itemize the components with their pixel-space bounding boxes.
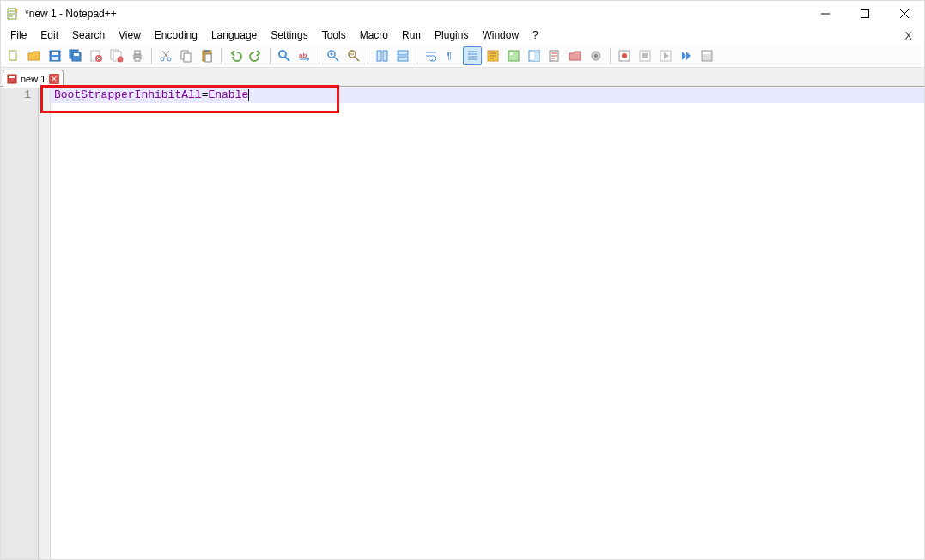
line-number: 1	[1, 88, 31, 101]
minimize-button[interactable]	[806, 1, 845, 27]
toolbar: ab ¶	[1, 44, 924, 68]
svg-rect-50	[9, 76, 15, 78]
fold-margin	[39, 88, 51, 559]
title-bar: *new 1 - Notepad++	[1, 1, 924, 27]
find-icon[interactable]	[275, 46, 294, 65]
line-number-gutter: 1	[1, 88, 39, 559]
editor-line[interactable]: BootStrapperInhibitAll=Enable	[51, 88, 924, 103]
paste-icon[interactable]	[198, 46, 216, 65]
doc-list-icon[interactable]	[525, 46, 544, 65]
menu-search[interactable]: Search	[66, 27, 111, 43]
code-val: Enable	[208, 88, 248, 101]
svg-rect-5	[52, 52, 58, 55]
toolbar-separator	[417, 48, 417, 64]
tab-label: new 1	[21, 74, 46, 84]
menu-plugins[interactable]: Plugins	[429, 27, 474, 43]
show-all-chars-icon[interactable]: ¶	[442, 46, 461, 65]
record-macro-icon[interactable]	[615, 46, 634, 65]
code-key: BootStrapperInhibitAll	[54, 88, 202, 101]
svg-point-41	[594, 54, 598, 58]
indent-guide-icon[interactable]	[463, 46, 482, 65]
maximize-button[interactable]	[845, 1, 885, 27]
svg-rect-16	[135, 51, 140, 54]
tab-new-1[interactable]: new 1 ✕	[3, 70, 64, 87]
app-icon	[6, 7, 20, 21]
text-editor[interactable]: BootStrapperInhibitAll=Enable	[51, 88, 924, 559]
svg-rect-31	[398, 51, 408, 55]
save-all-icon[interactable]	[66, 46, 85, 65]
redo-icon[interactable]	[246, 46, 265, 65]
svg-rect-21	[184, 53, 191, 62]
svg-point-43	[622, 53, 627, 58]
play-macro-icon[interactable]	[656, 46, 675, 65]
menu-encoding[interactable]: Encoding	[149, 27, 204, 43]
svg-rect-6	[52, 57, 58, 60]
menu-view[interactable]: View	[113, 27, 147, 43]
tab-close-icon[interactable]: ✕	[49, 74, 59, 84]
toolbar-separator	[368, 48, 368, 64]
menu-language[interactable]: Language	[205, 27, 263, 43]
undo-icon[interactable]	[226, 46, 245, 65]
menu-tools[interactable]: Tools	[316, 27, 352, 43]
menu-bar: File Edit Search View Encoding Language …	[1, 27, 924, 44]
menu-help[interactable]: ?	[526, 27, 545, 43]
svg-rect-30	[383, 51, 387, 61]
svg-rect-29	[377, 51, 381, 61]
close-all-icon[interactable]	[107, 46, 126, 65]
menu-macro[interactable]: Macro	[354, 27, 394, 43]
replace-icon[interactable]: ab	[295, 46, 314, 65]
toolbar-separator	[151, 48, 152, 64]
toolbar-separator	[221, 48, 222, 64]
close-file-icon[interactable]	[87, 46, 106, 65]
svg-rect-1	[861, 10, 869, 18]
svg-rect-17	[135, 58, 140, 61]
editor-area: 1 BootStrapperInhibitAll=Enable	[1, 87, 924, 559]
monitor-icon[interactable]	[587, 46, 606, 65]
window-title: *new 1 - Notepad++	[25, 8, 806, 20]
tab-bar: new 1 ✕	[1, 68, 924, 87]
doc-map-icon[interactable]	[504, 46, 523, 65]
svg-point-25	[279, 51, 286, 58]
svg-point-14	[118, 56, 124, 62]
zoom-in-icon[interactable]	[324, 46, 343, 65]
svg-text:ab: ab	[299, 52, 307, 59]
menu-window[interactable]: Window	[476, 27, 525, 43]
svg-rect-23	[204, 50, 210, 52]
svg-text:¶: ¶	[447, 51, 452, 61]
udl-icon[interactable]	[484, 46, 502, 65]
tab-unsaved-icon	[7, 74, 17, 84]
save-icon[interactable]	[46, 46, 64, 65]
func-list-icon[interactable]	[545, 46, 564, 65]
toolbar-separator	[610, 48, 611, 64]
word-wrap-icon[interactable]	[422, 46, 441, 65]
svg-rect-24	[205, 54, 211, 62]
copy-icon[interactable]	[177, 46, 196, 65]
svg-rect-38	[534, 51, 539, 61]
play-multi-icon[interactable]	[677, 46, 696, 65]
toolbar-separator	[270, 48, 271, 64]
print-icon[interactable]	[128, 46, 147, 65]
svg-rect-3	[15, 51, 17, 53]
menu-run[interactable]: Run	[396, 27, 427, 43]
folder-icon[interactable]	[566, 46, 585, 65]
save-macro-icon[interactable]	[697, 46, 716, 65]
open-file-icon[interactable]	[25, 46, 44, 65]
close-button[interactable]	[885, 1, 924, 27]
zoom-out-icon[interactable]	[344, 46, 363, 65]
sync-v-icon[interactable]	[373, 46, 392, 65]
menu-edit[interactable]: Edit	[34, 27, 64, 43]
menu-close-x[interactable]: X	[896, 27, 921, 44]
svg-rect-35	[508, 51, 519, 61]
svg-rect-32	[398, 57, 408, 61]
stop-macro-icon[interactable]	[636, 46, 654, 65]
toolbar-separator	[319, 48, 319, 64]
sync-h-icon[interactable]	[393, 46, 412, 65]
window-controls	[806, 1, 924, 27]
text-caret	[248, 89, 249, 101]
new-file-icon[interactable]	[4, 46, 23, 65]
svg-rect-9	[74, 53, 79, 56]
menu-settings[interactable]: Settings	[265, 27, 313, 43]
svg-rect-45	[642, 53, 648, 58]
menu-file[interactable]: File	[4, 27, 33, 43]
cut-icon[interactable]	[156, 46, 175, 65]
